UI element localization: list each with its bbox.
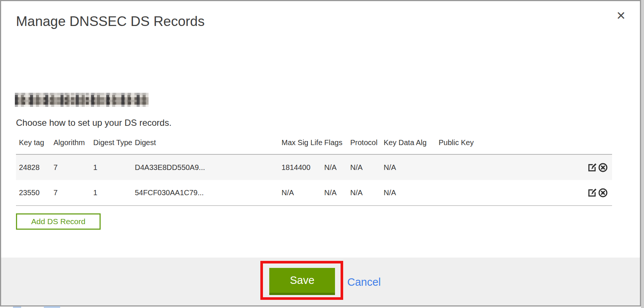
cell-algorithm: 7	[51, 180, 90, 206]
delete-icon	[598, 190, 608, 195]
cell-public-key	[436, 154, 579, 180]
background-content-smudge	[44, 306, 60, 308]
domain-name-redacted	[15, 93, 149, 107]
column-header-protocol: Protocol	[347, 129, 381, 154]
column-header-public-key: Public Key	[436, 129, 579, 154]
edit-record-button[interactable]	[587, 188, 598, 198]
edit-icon	[587, 190, 597, 195]
cell-max-sig-life: N/A	[279, 180, 321, 206]
cell-digest-type: 1	[90, 154, 132, 180]
cell-digest-type: 1	[90, 180, 132, 206]
cell-key-tag: 24828	[16, 154, 51, 180]
cell-key-data-alg: N/A	[381, 154, 436, 180]
cell-algorithm: 7	[51, 154, 90, 180]
save-button[interactable]: Save	[269, 268, 335, 295]
column-header-flags: Flags	[321, 129, 347, 154]
dnssec-modal: ✕ Manage DNSSEC DS Records Choose how to…	[0, 0, 641, 307]
table-header-row: Key tag Algorithm Digest Type Digest Max…	[16, 129, 612, 154]
cell-flags: N/A	[321, 180, 347, 206]
cancel-link[interactable]: Cancel	[347, 276, 381, 288]
page-title: Manage DNSSEC DS Records	[16, 12, 640, 31]
column-header-digest-type: Digest Type	[90, 129, 132, 154]
cell-protocol: N/A	[347, 180, 381, 206]
edit-icon	[587, 164, 597, 170]
instruction-text: Choose how to set up your DS records.	[16, 117, 640, 129]
column-header-algorithm: Algorithm	[51, 129, 90, 154]
table-row: 24828 7 1 D4A33E8DD550A9... 1814400 N/A …	[16, 154, 612, 180]
annotation-highlight-box: Save	[260, 261, 343, 300]
column-header-actions	[579, 129, 612, 154]
column-header-digest: Digest	[132, 129, 279, 154]
cell-protocol: N/A	[347, 154, 381, 180]
cell-flags: N/A	[321, 154, 347, 180]
cell-max-sig-life: 1814400	[279, 154, 321, 180]
close-button[interactable]: ✕	[616, 10, 626, 22]
modal-footer: Save Cancel	[1, 258, 640, 305]
table-row: 23550 7 1 54FCF030AA1C79... N/A N/A N/A …	[16, 180, 612, 206]
cell-public-key	[436, 180, 579, 206]
scrollbar[interactable]	[641, 0, 644, 308]
edit-record-button[interactable]	[587, 163, 598, 173]
cell-digest: D4A33E8DD550A9...	[132, 154, 279, 180]
delete-icon	[598, 164, 608, 170]
cell-key-data-alg: N/A	[381, 180, 436, 206]
cell-key-tag: 23550	[16, 180, 51, 206]
add-ds-record-button[interactable]: Add DS Record	[16, 213, 101, 230]
close-icon: ✕	[616, 9, 626, 22]
background-content-smudge	[13, 307, 21, 308]
column-header-max-sig-life: Max Sig Life	[279, 129, 321, 154]
cell-digest: 54FCF030AA1C79...	[132, 180, 279, 206]
column-header-key-tag: Key tag	[16, 129, 51, 154]
column-header-key-data-alg: Key Data Alg	[381, 129, 436, 154]
delete-record-button[interactable]	[598, 163, 608, 173]
ds-records-table: Key tag Algorithm Digest Type Digest Max…	[16, 129, 612, 206]
delete-record-button[interactable]	[598, 188, 608, 198]
